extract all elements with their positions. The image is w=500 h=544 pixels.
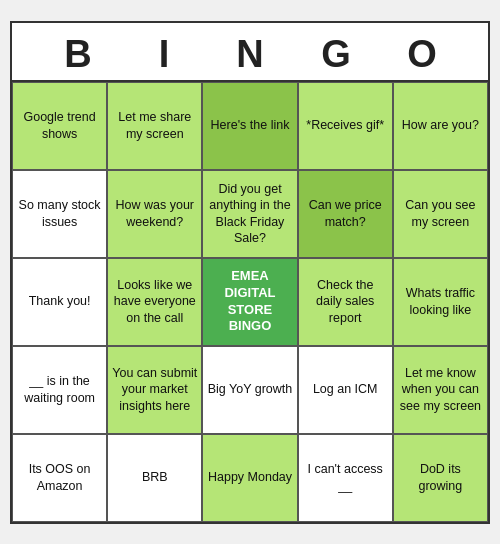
bingo-cell-19: Let me know when you can see my screen	[393, 346, 488, 434]
bingo-cell-15: __ is in the waiting room	[12, 346, 107, 434]
bingo-cell-13: Check the daily sales report	[298, 258, 393, 346]
bingo-cell-6: How was your weekend?	[107, 170, 202, 258]
bingo-cell-12: EMEA DIGITAL STORE BINGO	[202, 258, 297, 346]
bingo-cell-7: Did you get anything in the Black Friday…	[202, 170, 297, 258]
bingo-cell-21: BRB	[107, 434, 202, 522]
bingo-cell-17: Big YoY growth	[202, 346, 297, 434]
bingo-cell-18: Log an ICM	[298, 346, 393, 434]
bingo-letter: O	[379, 33, 465, 76]
bingo-grid: Google trend showsLet me share my screen…	[12, 80, 488, 522]
bingo-cell-11: Looks like we have everyone on the call	[107, 258, 202, 346]
bingo-letter: I	[121, 33, 207, 76]
bingo-cell-10: Thank you!	[12, 258, 107, 346]
bingo-letter: B	[35, 33, 121, 76]
bingo-cell-2: Here's the link	[202, 82, 297, 170]
bingo-cell-22: Happy Monday	[202, 434, 297, 522]
bingo-cell-23: I can't access __	[298, 434, 393, 522]
bingo-cell-14: Whats traffic looking like	[393, 258, 488, 346]
bingo-cell-24: DoD its growing	[393, 434, 488, 522]
bingo-cell-5: So many stock issues	[12, 170, 107, 258]
bingo-letters-row: BINGO	[12, 23, 488, 80]
bingo-cell-20: Its OOS on Amazon	[12, 434, 107, 522]
bingo-card: BINGO Google trend showsLet me share my …	[10, 21, 490, 524]
bingo-cell-1: Let me share my screen	[107, 82, 202, 170]
bingo-cell-3: *Receives gif*	[298, 82, 393, 170]
bingo-cell-4: How are you?	[393, 82, 488, 170]
bingo-cell-0: Google trend shows	[12, 82, 107, 170]
bingo-cell-16: You can submit your market insights here	[107, 346, 202, 434]
bingo-cell-8: Can we price match?	[298, 170, 393, 258]
bingo-letter: G	[293, 33, 379, 76]
bingo-letter: N	[207, 33, 293, 76]
bingo-cell-9: Can you see my screen	[393, 170, 488, 258]
